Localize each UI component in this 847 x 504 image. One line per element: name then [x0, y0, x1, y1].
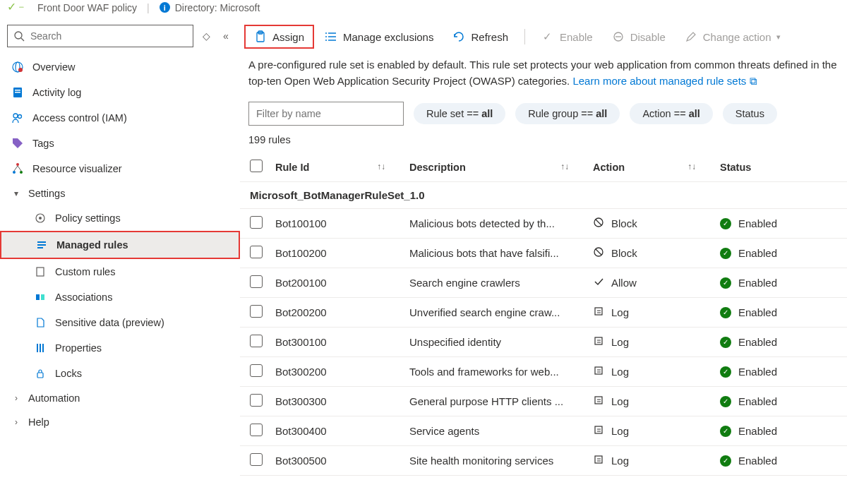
sidebar-item-activity[interactable]: Activity log: [0, 80, 240, 105]
sort-icon: ↑↓: [560, 162, 569, 172]
log-icon: [11, 86, 24, 99]
status-cell: ✓Enabled: [720, 366, 841, 378]
action-icon: [593, 217, 604, 230]
filter-by-name-input[interactable]: [248, 102, 404, 126]
svg-point-12: [20, 171, 23, 174]
svg-point-11: [13, 171, 16, 174]
row-checkbox[interactable]: [250, 275, 263, 288]
action-icon: [593, 246, 604, 260]
sort-icon: ↑↓: [377, 162, 385, 172]
row-checkbox[interactable]: [250, 394, 263, 407]
col-description[interactable]: Description↑↓: [404, 152, 587, 182]
assign-button[interactable]: Assign: [244, 25, 314, 49]
table-row[interactable]: Bot100200Malicious bots that have falsif…: [240, 239, 847, 268]
sidebar-item-locks[interactable]: Locks: [0, 361, 240, 386]
action-cell: Log: [593, 424, 709, 438]
svg-line-40: [596, 249, 601, 255]
sidebar-item-iam[interactable]: Access control (IAM): [0, 105, 240, 131]
rule-id-cell: Bot300400: [270, 416, 404, 446]
table-row[interactable]: Bot100100Malicious bots detected by th..…: [240, 209, 847, 239]
svg-line-14: [18, 166, 21, 171]
table-row[interactable]: Bot300300General purpose HTTP clients ..…: [240, 387, 847, 416]
status-cell: ✓Enabled: [720, 336, 841, 348]
col-rule-id[interactable]: Rule Id↑↓: [270, 152, 404, 182]
col-action[interactable]: Action↑↓: [587, 152, 714, 182]
sidebar-item-properties[interactable]: Properties: [0, 335, 240, 361]
svg-point-34: [325, 40, 327, 41]
sidebar-group-label: Help: [28, 416, 49, 428]
row-checkbox[interactable]: [250, 335, 263, 347]
gear-icon: [34, 212, 47, 224]
table-row[interactable]: Bot200200Unverified search engine craw..…: [240, 298, 847, 328]
action-icon: [593, 276, 604, 289]
sidebar-item-tags[interactable]: Tags: [0, 131, 240, 156]
row-checkbox[interactable]: [250, 453, 263, 466]
action-cell: Block: [593, 246, 709, 260]
filter-rulegroup[interactable]: Rule group == all: [515, 103, 620, 124]
filter-status[interactable]: Status: [723, 103, 777, 124]
sidebar-group-label: Automation: [28, 392, 80, 404]
action-icon: [593, 365, 604, 378]
tag-icon: [11, 137, 24, 150]
status-cell: ✓Enabled: [720, 306, 841, 318]
sidebar-search[interactable]: [7, 25, 193, 47]
rule-id-cell: Bot200200: [270, 298, 404, 328]
sidebar-item-resviz[interactable]: Resource visualizer: [0, 156, 240, 181]
sidebar-item-associations[interactable]: Associations: [0, 284, 240, 310]
svg-rect-23: [37, 344, 38, 352]
rule-id-cell: Bot300300: [270, 387, 404, 416]
sidebar-item-custom-rules[interactable]: Custom rules: [0, 259, 240, 284]
resource-type: Front Door WAF policy: [37, 2, 137, 13]
action-cell: Allow: [593, 276, 709, 289]
sidebar-item-overview[interactable]: Overview: [0, 54, 240, 80]
rule-id-cell: Bot300500: [270, 446, 404, 476]
refresh-button[interactable]: Refresh: [444, 26, 517, 47]
row-checkbox[interactable]: [250, 424, 263, 436]
refresh-icon: [452, 30, 465, 43]
expand-icon[interactable]: ◇: [199, 30, 213, 42]
select-all-checkbox[interactable]: [250, 160, 263, 172]
action-cell: Log: [593, 335, 709, 349]
disable-button: Disable: [603, 26, 674, 47]
table-row[interactable]: Bot300400Service agentsLog✓Enabled: [240, 416, 847, 446]
sidebar-group-automation[interactable]: › Automation: [0, 386, 240, 410]
filter-ruleset[interactable]: Rule set == all: [414, 103, 505, 124]
ruleset-group-row[interactable]: Microsoft_BotManagerRuleSet_1.0: [240, 182, 847, 209]
clipboard-icon: [254, 30, 267, 43]
sidebar-item-managed-rules[interactable]: Managed rules: [0, 231, 240, 259]
file-icon: [34, 316, 47, 329]
sidebar-item-policy[interactable]: Policy settings: [0, 205, 240, 231]
search-input[interactable]: [30, 30, 187, 42]
rule-id-cell: Bot200100: [270, 268, 404, 298]
svg-rect-25: [42, 344, 44, 352]
sidebar-group-settings[interactable]: ▾ Settings: [0, 181, 240, 205]
toolbar: Assign Manage exclusions Refresh ✓ Enabl…: [240, 25, 847, 57]
doc-icon: [34, 265, 47, 278]
row-checkbox[interactable]: [250, 246, 263, 258]
sidebar-item-sensitive[interactable]: Sensitive data (preview): [0, 310, 240, 335]
table-row[interactable]: Bot300200Tools and frameworks for web...…: [240, 357, 847, 387]
row-checkbox[interactable]: [250, 305, 263, 318]
learn-more-link[interactable]: Learn more about managed rule sets ⧉: [572, 75, 757, 87]
filter-action[interactable]: Action == all: [630, 103, 712, 124]
collapse-icon[interactable]: «: [219, 30, 233, 42]
svg-rect-41: [595, 308, 602, 315]
manage-exclusions-button[interactable]: Manage exclusions: [316, 26, 442, 47]
table-row[interactable]: Bot300500Site health monitoring services…: [240, 446, 847, 476]
row-checkbox[interactable]: [250, 364, 263, 377]
table-row[interactable]: Bot200100Search engine crawlersAllow✓Ena…: [240, 268, 847, 298]
description-cell: Unspecified identity: [404, 328, 587, 357]
svg-rect-19: [37, 247, 43, 248]
sidebar-group-help[interactable]: › Help: [0, 410, 240, 434]
separator: [524, 29, 525, 44]
svg-point-9: [18, 115, 22, 119]
table-row[interactable]: Bot300100Unspecified identityLog✓Enabled: [240, 328, 847, 357]
check-icon: ✓﹣: [7, 0, 28, 15]
col-status[interactable]: Status: [714, 152, 847, 182]
pencil-icon: [685, 30, 697, 43]
rule-id-cell: Bot100200: [270, 239, 404, 268]
description-cell: Tools and frameworks for web...: [404, 357, 587, 387]
row-checkbox[interactable]: [250, 216, 263, 229]
filter-bar: Rule set == all Rule group == all Action…: [240, 102, 847, 131]
description-cell: Search engine crawlers: [404, 268, 587, 298]
